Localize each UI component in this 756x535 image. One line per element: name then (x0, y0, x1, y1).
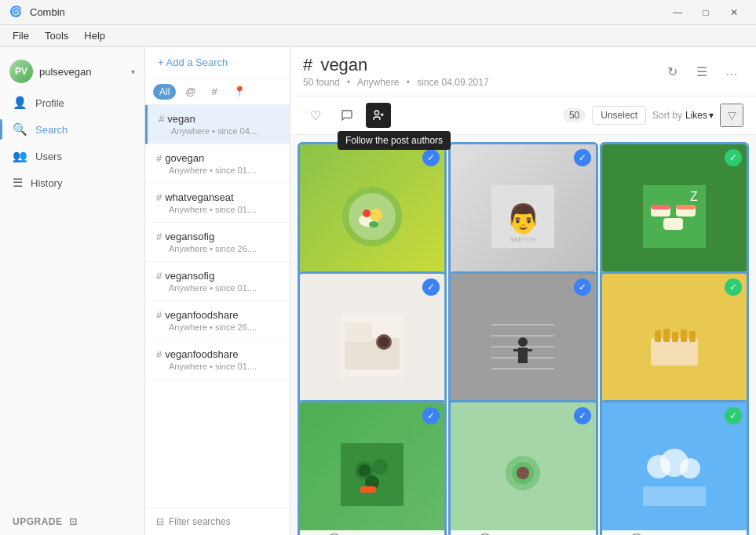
meta-count: 50 found (303, 77, 340, 88)
filter-tab-at[interactable]: @ (179, 83, 202, 100)
photo-card[interactable]: 👨 SKETCH ✓ ♡ 13 💬 0 (451, 144, 595, 289)
menu-tools[interactable]: Tools (38, 28, 75, 43)
sidebar-item-search[interactable]: 🔍 Search (0, 116, 144, 143)
photo-card[interactable]: ✓ ♡ 0 💬 0 ⤢ (602, 402, 747, 535)
sidebar-item-users[interactable]: 👥 Users (0, 143, 144, 169)
search-item-name: veganfoodshare (165, 348, 238, 360)
maximize-button[interactable]: □ (693, 0, 718, 25)
add-search-button[interactable]: + Add a Search (145, 47, 290, 78)
svg-rect-14 (651, 205, 670, 209)
sidebar-spacer (0, 196, 144, 508)
content-meta: 50 found • Anywhere • since 04.09.2017 (303, 77, 489, 88)
sidebar-item-history[interactable]: ☰ History (0, 169, 144, 196)
svg-point-44 (358, 464, 371, 477)
sidebar-item-profile[interactable]: 👤 Profile (0, 89, 144, 116)
photo-image (602, 274, 747, 418)
menu-help[interactable]: Help (78, 28, 111, 43)
history-icon: ☰ (13, 176, 23, 190)
filter-button[interactable]: ▽ (720, 104, 743, 127)
list-item[interactable]: # whatveganseat Anywhere • since 01.... (145, 184, 290, 223)
svg-rect-21 (345, 322, 372, 342)
content-title-text: # vegan (303, 55, 371, 75)
close-button[interactable]: ✕ (721, 0, 747, 25)
photo-card[interactable]: ✓ ♡ 0 💬 0 ⤢ (300, 402, 444, 535)
upgrade-icon: ⊡ (69, 516, 78, 527)
search-item-header: # vegansofig (156, 231, 279, 242)
user-section[interactable]: PV pulsevegan ▾ (0, 53, 144, 89)
search-item-sub: Anywhere • since 04.... (159, 126, 279, 136)
svg-rect-36 (651, 338, 698, 366)
photo-card[interactable]: ✓ ♡ 6 💬 0 ⤢ (602, 274, 747, 418)
svg-rect-25 (491, 315, 554, 324)
search-item-name: govegan (165, 152, 204, 164)
photo-image (300, 274, 444, 418)
svg-point-6 (370, 209, 382, 221)
list-view-button[interactable]: ☰ (690, 60, 714, 83)
svg-point-51 (517, 467, 529, 479)
search-item-sub: Anywhere • since 01.... (156, 166, 279, 175)
photo-card[interactable]: ✓ ♡ 8 💬 0 ⤢ (300, 274, 444, 418)
meta-since: since 04.09.2017 (417, 77, 488, 88)
toolbar: ♡ Follow the post authors 50 Unselect So… (290, 96, 756, 135)
list-item[interactable]: # veganfoodshare Anywhere • since 26.... (145, 301, 290, 340)
comment-button[interactable] (334, 103, 360, 128)
svg-rect-17 (663, 218, 683, 230)
list-item[interactable]: # govegan Anywhere • since 01.... (145, 144, 290, 184)
photo-card[interactable]: ✓ ♡ 8 💬 0 ⤢ (451, 274, 595, 418)
follow-authors-button[interactable] (366, 103, 391, 128)
svg-point-23 (378, 337, 389, 348)
menu-file[interactable]: File (6, 28, 35, 43)
filter-icon: ⊟ (156, 516, 164, 527)
window-controls: — □ ✕ (665, 0, 747, 25)
app-title: Combin (30, 6, 665, 18)
photo-card[interactable]: ✓ ♡ 0 💬 0 ⤢ (451, 402, 595, 535)
hash-icon: # (156, 191, 162, 203)
search-item-name: veganfoodshare (165, 309, 238, 321)
sort-value[interactable]: Likes ▾ (685, 110, 714, 121)
photo-footer: ♡ 0 💬 0 ⤢ (451, 530, 595, 535)
svg-rect-41 (689, 331, 696, 342)
filter-tab-location[interactable]: 📍 (227, 83, 252, 100)
minimize-button[interactable]: — (665, 0, 690, 25)
photo-card[interactable]: ✓ ♡ 18 💬 1 ⤢ (300, 144, 444, 289)
header-actions: ↻ ☰ … (660, 60, 743, 83)
search-item-header: # veganfoodshare (156, 309, 279, 321)
like-button[interactable]: ♡ (303, 103, 328, 128)
refresh-button[interactable]: ↻ (660, 60, 684, 83)
filter-tab-all[interactable]: All (153, 84, 176, 100)
chevron-down-icon: ▾ (709, 110, 714, 121)
svg-rect-39 (672, 332, 678, 342)
svg-point-45 (372, 459, 388, 475)
photo-grid: ✓ ♡ 18 💬 1 ⤢ (290, 135, 756, 535)
list-item[interactable]: # veganfoodshare Anywhere • since 01.... (145, 340, 290, 380)
hash-icon: # (156, 152, 162, 164)
list-item[interactable]: # vegansofig Anywhere • since 01.... (145, 262, 290, 301)
unselect-button[interactable]: Unselect (592, 106, 646, 125)
search-items-list: # vegan Anywhere • since 04.... # govega… (145, 105, 290, 508)
list-item[interactable]: # vegan Anywhere • since 04.... (145, 105, 290, 144)
svg-point-8 (369, 221, 378, 227)
main-content: # vegan 50 found • Anywhere • since 04.0… (290, 47, 756, 535)
title-value: vegan (320, 55, 367, 75)
search-item-name: vegansofig (165, 270, 214, 282)
selected-check: ✓ (725, 278, 742, 296)
sidebar-item-label-users: Users (35, 151, 62, 162)
svg-rect-37 (655, 330, 661, 342)
search-icon: 🔍 (13, 122, 27, 136)
photo-image (602, 402, 747, 535)
profile-icon: 👤 (13, 96, 27, 110)
sort-by-label: Sort by (652, 110, 682, 121)
svg-rect-33 (513, 349, 520, 351)
selected-check: ✓ (574, 407, 591, 424)
filter-tabs: All @ # 📍 (145, 78, 290, 105)
meta-location: Anywhere (357, 77, 399, 88)
filter-tab-hash[interactable]: # (206, 83, 224, 100)
filter-searches-button[interactable]: ⊟ Filter searches (145, 508, 290, 535)
photo-card[interactable]: Z ✓ ♡ 9 💬 0 ⤢ (602, 144, 747, 289)
svg-text:Z: Z (690, 190, 698, 203)
list-item[interactable]: # vegansofig Anywhere • since 26.... (145, 223, 290, 262)
upgrade-button[interactable]: UPGRADE ⊡ (0, 508, 144, 535)
avatar: PV (9, 60, 33, 83)
menu-bar: File Tools Help (0, 25, 756, 47)
more-options-button[interactable]: … (720, 60, 743, 83)
